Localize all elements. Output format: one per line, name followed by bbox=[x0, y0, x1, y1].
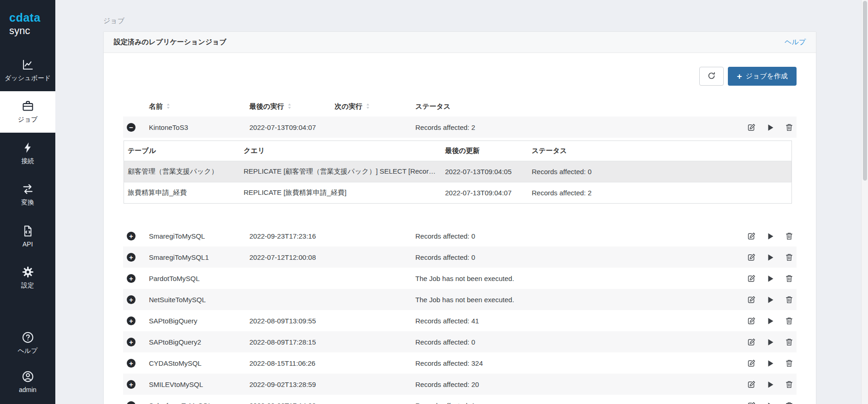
sidebar-item-help[interactable]: ヘルプ bbox=[0, 324, 55, 363]
sort-icon[interactable] bbox=[166, 103, 170, 111]
collapse-row-button[interactable]: − bbox=[127, 123, 136, 132]
run-job-button[interactable] bbox=[767, 339, 774, 346]
edit-job-button[interactable] bbox=[748, 296, 756, 304]
job-next-run bbox=[331, 246, 412, 268]
edit-job-button[interactable] bbox=[748, 275, 756, 282]
sidebar-item-api[interactable]: API bbox=[0, 216, 55, 257]
detail-column-header: クエリ bbox=[240, 141, 442, 161]
job-row: + SAPtoBigQuery2 2022-08-09T17:28:15 Rec… bbox=[123, 331, 797, 352]
job-last-run: 2022-08-09T13:09:55 bbox=[246, 310, 331, 331]
job-row: + SmaregiToMySQL 2022-09-23T17:23:16 Rec… bbox=[123, 225, 797, 246]
column-header: ステータス bbox=[412, 97, 714, 117]
jobs-table-body: − KintoneToS3 2022-07-13T09:04:07 Record… bbox=[123, 117, 797, 404]
column-header-label: 最後の実行 bbox=[249, 102, 284, 110]
sidebar-item-dashboard[interactable]: ダッシュボード bbox=[0, 50, 55, 91]
sidebar-nav: ダッシュボード ジョブ 接続 変換 API 設定 bbox=[0, 50, 55, 299]
edit-job-button[interactable] bbox=[748, 317, 756, 325]
sidebar-item-label: 設定 bbox=[21, 281, 34, 290]
sidebar-item-settings[interactable]: 設定 bbox=[0, 257, 55, 299]
expand-row-button[interactable]: + bbox=[127, 338, 136, 346]
run-job-button[interactable] bbox=[767, 381, 774, 388]
replication-jobs-panel: 設定済みのレプリケーションジョブ ヘルプ + ジョブを作成 bbox=[103, 31, 816, 404]
edit-job-button[interactable] bbox=[748, 253, 756, 261]
logo-cdata: cdata bbox=[9, 11, 55, 24]
edit-job-button[interactable] bbox=[748, 381, 756, 388]
panel-help-link[interactable]: ヘルプ bbox=[785, 38, 806, 47]
refresh-icon bbox=[708, 72, 715, 81]
detail-header-row: テーブルクエリ最後の更新ステータス bbox=[124, 141, 792, 161]
cdata-sync-app: cdata sync ダッシュボード ジョブ 接続 変換 API 設定 ヘルプ bbox=[0, 0, 868, 404]
sort-icon[interactable] bbox=[288, 103, 291, 111]
edit-job-button[interactable] bbox=[748, 232, 756, 240]
column-header[interactable]: 名前 bbox=[145, 97, 246, 117]
plus-icon: + bbox=[737, 72, 742, 81]
edit-job-button[interactable] bbox=[748, 402, 756, 404]
detail-row[interactable]: 旅費精算申請_経費 REPLICATE [旅費精算申請_経費] 2022-07-… bbox=[124, 182, 792, 204]
expand-row-button[interactable]: + bbox=[127, 401, 136, 404]
delete-job-button[interactable] bbox=[785, 359, 793, 367]
job-detail-table: テーブルクエリ最後の更新ステータス 顧客管理（営業支援パック） REPLICAT… bbox=[124, 141, 792, 204]
delete-job-button[interactable] bbox=[785, 317, 793, 325]
expand-row-button[interactable]: + bbox=[127, 253, 136, 262]
job-status: Records affected: 1 bbox=[412, 395, 714, 404]
sidebar-item-label: admin bbox=[19, 386, 36, 393]
delete-job-button[interactable] bbox=[785, 275, 793, 282]
delete-job-button[interactable] bbox=[785, 253, 793, 261]
delete-job-button[interactable] bbox=[785, 402, 793, 404]
run-job-button[interactable] bbox=[767, 317, 774, 325]
column-header-label: ステータス bbox=[415, 102, 450, 110]
detail-status: Records affected: 2 bbox=[528, 182, 792, 204]
column-header-label: 名前 bbox=[149, 102, 163, 110]
edit-job-button[interactable] bbox=[748, 338, 756, 346]
delete-job-button[interactable] bbox=[785, 123, 793, 131]
detail-column-header: テーブル bbox=[124, 141, 240, 161]
sidebar: cdata sync ダッシュボード ジョブ 接続 変換 API 設定 ヘルプ bbox=[0, 0, 55, 404]
delete-job-button[interactable] bbox=[785, 381, 793, 388]
expand-row-button[interactable]: + bbox=[127, 359, 136, 368]
job-next-run bbox=[331, 331, 412, 352]
help-circle-icon bbox=[22, 331, 34, 344]
delete-job-button[interactable] bbox=[785, 232, 793, 240]
expand-row-button[interactable]: + bbox=[127, 274, 136, 283]
run-job-button[interactable] bbox=[767, 360, 774, 367]
actions-column-header bbox=[714, 97, 797, 117]
run-job-button[interactable] bbox=[767, 275, 774, 282]
detail-query: REPLICATE [顧客管理（営業支援パック）] SELECT [Record… bbox=[240, 161, 442, 182]
job-status: Records affected: 324 bbox=[412, 352, 714, 374]
panel-title: 設定済みのレプリケーションジョブ bbox=[114, 38, 226, 47]
expand-row-button[interactable]: + bbox=[127, 295, 136, 304]
api-file-icon bbox=[22, 225, 34, 237]
delete-job-button[interactable] bbox=[785, 338, 793, 346]
breadcrumb: ジョブ bbox=[103, 17, 816, 25]
sidebar-item-transform[interactable]: 変換 bbox=[0, 174, 55, 216]
run-job-button[interactable] bbox=[767, 124, 774, 131]
sidebar-item-admin[interactable]: admin bbox=[0, 363, 55, 401]
expand-row-button[interactable]: + bbox=[127, 232, 136, 240]
run-job-button[interactable] bbox=[767, 402, 774, 404]
main-content: ジョブ 設定済みのレプリケーションジョブ ヘルプ + ジョブを作成 bbox=[55, 0, 868, 404]
sidebar-item-jobs[interactable]: ジョブ bbox=[0, 91, 55, 133]
jobs-table: 名前 最後の実行 次の実行 ステータス − KintoneToS3 2022-0… bbox=[123, 97, 797, 404]
edit-job-button[interactable] bbox=[748, 359, 756, 367]
expand-column-header bbox=[123, 97, 145, 117]
column-header[interactable]: 最後の実行 bbox=[246, 97, 331, 117]
sort-icon[interactable] bbox=[366, 103, 370, 111]
vertical-scrollbar[interactable] bbox=[861, 0, 868, 404]
create-job-button[interactable]: + ジョブを作成 bbox=[728, 67, 797, 86]
column-header[interactable]: 次の実行 bbox=[331, 97, 412, 117]
expand-row-button[interactable]: + bbox=[127, 380, 136, 389]
job-last-run: 2022-08-15T11:06:26 bbox=[246, 352, 331, 374]
edit-job-button[interactable] bbox=[748, 123, 756, 131]
run-job-button[interactable] bbox=[767, 233, 774, 240]
run-job-button[interactable] bbox=[767, 254, 774, 261]
refresh-button[interactable] bbox=[699, 67, 724, 86]
scrollbar-thumb[interactable] bbox=[863, 1, 867, 181]
job-name: SAPtoBigQuery bbox=[145, 310, 246, 331]
expand-row-button[interactable]: + bbox=[127, 316, 136, 325]
delete-job-button[interactable] bbox=[785, 296, 793, 304]
run-job-button[interactable] bbox=[767, 296, 774, 304]
detail-column-header: 最後の更新 bbox=[442, 141, 528, 161]
sidebar-item-connections[interactable]: 接続 bbox=[0, 133, 55, 174]
detail-row[interactable]: 顧客管理（営業支援パック） REPLICATE [顧客管理（営業支援パック）] … bbox=[124, 161, 792, 182]
job-last-run: 2022-09-23T17:23:16 bbox=[246, 225, 331, 246]
